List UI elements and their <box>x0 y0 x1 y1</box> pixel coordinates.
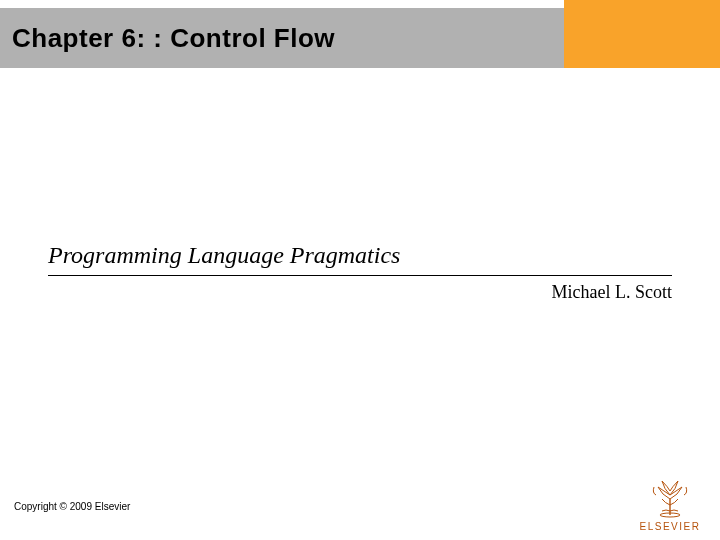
divider <box>48 275 672 276</box>
book-subtitle: Programming Language Pragmatics <box>48 242 672 273</box>
copyright-text: Copyright © 2009 Elsevier <box>14 501 130 512</box>
author-name: Michael L. Scott <box>552 282 672 303</box>
chapter-title: Chapter 6: : Control Flow <box>0 23 335 54</box>
accent-block <box>564 0 720 68</box>
subtitle-section: Programming Language Pragmatics <box>48 242 672 276</box>
publisher-logo: ELSEVIER <box>634 475 706 532</box>
publisher-name: ELSEVIER <box>634 521 706 532</box>
slide: Chapter 6: : Control Flow Programming La… <box>0 0 720 540</box>
tree-icon <box>634 475 706 519</box>
